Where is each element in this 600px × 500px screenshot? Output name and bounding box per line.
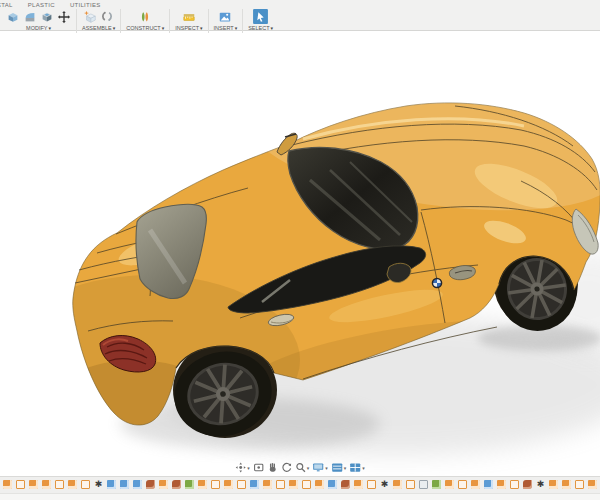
construct-dropdown[interactable]: CONSTRUCT▾ <box>126 25 164 31</box>
parametric-timeline: ✱✱✱ <box>0 476 600 500</box>
timeline-body-feature[interactable] <box>250 480 259 489</box>
select-cursor-icon[interactable] <box>252 8 269 25</box>
construct-group: CONSTRUCT▾ <box>121 9 169 31</box>
timeline-form-feature[interactable] <box>146 480 155 489</box>
grid-display-tool[interactable]: ▾ <box>331 462 347 473</box>
timeline-sketch-feature[interactable] <box>562 480 571 489</box>
timeline-body-feature[interactable] <box>120 480 129 489</box>
timeline-surface-feature[interactable] <box>185 480 194 489</box>
pan-tool[interactable] <box>267 462 278 473</box>
timeline-feature-outline[interactable] <box>367 480 376 489</box>
timeline-sketch-feature[interactable] <box>159 480 168 489</box>
timeline-sketch-feature[interactable] <box>29 480 38 489</box>
timeline-feature-outline[interactable] <box>55 480 64 489</box>
timeline-feature-outline[interactable] <box>406 480 415 489</box>
dropdown-caret: ▾ <box>307 465 310 471</box>
inspect-dropdown[interactable]: INSPECT▾ <box>175 25 202 31</box>
timeline-feature-outline[interactable] <box>575 480 584 489</box>
timeline-feature-outline[interactable] <box>276 480 285 489</box>
insert-group: INSERT▾ <box>209 9 243 31</box>
orbit-tool[interactable]: ▾ <box>235 462 250 473</box>
press-pull-icon[interactable] <box>6 10 20 24</box>
timeline-combine-feature[interactable]: ✱ <box>536 480 545 489</box>
ribbon-toolbar: ETAL PLASTIC UTILITIES <box>0 0 600 31</box>
free-orbit-tool[interactable] <box>281 462 292 473</box>
inspect-group: INSPECT▾ <box>170 9 207 31</box>
view-navigation-bar: ▾▾▾▾▾ <box>235 462 365 473</box>
timeline-sketch-feature[interactable] <box>198 480 207 489</box>
viewports-tool[interactable]: ▾ <box>349 462 365 473</box>
timeline-sketch-feature[interactable] <box>549 480 558 489</box>
zoom-tool[interactable]: ▾ <box>295 462 310 473</box>
dropdown-caret: ▾ <box>48 25 51 31</box>
application-window: ETAL PLASTIC UTILITIES <box>0 0 600 500</box>
select-dropdown[interactable]: SELECT▾ <box>248 25 273 31</box>
car-model-canvas[interactable] <box>0 0 600 500</box>
timeline-form-feature[interactable] <box>172 480 181 489</box>
measure-icon[interactable] <box>182 10 196 24</box>
timeline-body-feature[interactable] <box>484 480 493 489</box>
timeline-feature-outline[interactable] <box>211 480 220 489</box>
new-component-icon[interactable] <box>83 10 97 24</box>
timeline-sketch-feature[interactable] <box>393 480 402 489</box>
assemble-group: ASSEMBLE▾ <box>77 9 120 31</box>
assemble-dropdown[interactable]: ASSEMBLE▾ <box>82 25 115 31</box>
timeline-body-feature[interactable] <box>328 480 337 489</box>
timeline-track: ✱✱✱ <box>0 477 600 489</box>
dropdown-caret: ▾ <box>235 25 238 31</box>
modify-dropdown[interactable]: MODIFY▾ <box>26 25 51 31</box>
timeline-sketch-feature[interactable] <box>68 480 77 489</box>
timeline-feature-outline[interactable] <box>510 480 519 489</box>
toolbar-groups: MODIFY▾ ASSEMBLE▾ <box>0 9 600 30</box>
fillet-icon[interactable] <box>23 10 37 24</box>
move-icon[interactable] <box>57 10 71 24</box>
workspace-tabs: ETAL PLASTIC UTILITIES <box>0 0 600 9</box>
timeline-document-feature[interactable] <box>419 480 428 489</box>
timeline-body-feature[interactable] <box>107 480 116 489</box>
timeline-scroll-strip[interactable] <box>0 493 600 500</box>
tab-plastic[interactable]: PLASTIC <box>28 2 55 8</box>
timeline-sketch-feature[interactable] <box>497 480 506 489</box>
insert-image-icon[interactable] <box>218 10 232 24</box>
dropdown-caret: ▾ <box>271 25 274 31</box>
timeline-sketch-feature[interactable] <box>354 480 363 489</box>
look-at-tool[interactable] <box>253 462 264 473</box>
timeline-surface-feature[interactable] <box>432 480 441 489</box>
shell-icon[interactable] <box>40 10 54 24</box>
model-viewport[interactable] <box>0 0 600 500</box>
modify-group: MODIFY▾ <box>1 9 76 31</box>
tab-sheet-metal[interactable]: ETAL <box>0 2 13 8</box>
dropdown-caret: ▾ <box>344 465 347 471</box>
construction-plane-icon[interactable] <box>138 10 152 24</box>
dropdown-caret: ▾ <box>162 25 165 31</box>
insert-dropdown[interactable]: INSERT▾ <box>214 25 238 31</box>
dropdown-caret: ▾ <box>325 465 328 471</box>
timeline-feature-outline[interactable] <box>458 480 467 489</box>
timeline-combine-feature[interactable]: ✱ <box>94 480 103 489</box>
select-group: SELECT▾ <box>243 9 278 31</box>
timeline-sketch-feature[interactable] <box>315 480 324 489</box>
bmw-badge[interactable] <box>432 278 443 289</box>
timeline-feature-outline[interactable] <box>81 480 90 489</box>
timeline-sketch-feature[interactable] <box>588 480 597 489</box>
timeline-sketch-feature[interactable] <box>42 480 51 489</box>
timeline-sketch-feature[interactable] <box>445 480 454 489</box>
dropdown-caret: ▾ <box>247 465 250 471</box>
timeline-feature-outline[interactable] <box>237 480 246 489</box>
display-settings-tool[interactable]: ▾ <box>312 462 328 473</box>
timeline-form-feature[interactable] <box>341 480 350 489</box>
timeline-sketch-feature[interactable] <box>289 480 298 489</box>
timeline-sketch-feature[interactable] <box>471 480 480 489</box>
timeline-sketch-feature[interactable] <box>224 480 233 489</box>
timeline-form-feature[interactable] <box>523 480 532 489</box>
timeline-body-feature[interactable] <box>133 480 142 489</box>
dropdown-caret: ▾ <box>362 465 365 471</box>
timeline-feature-outline[interactable] <box>302 480 311 489</box>
timeline-combine-feature[interactable]: ✱ <box>380 480 389 489</box>
joint-icon[interactable] <box>100 10 114 24</box>
dropdown-caret: ▾ <box>200 25 203 31</box>
tab-utilities[interactable]: UTILITIES <box>70 2 101 8</box>
timeline-sketch-feature[interactable] <box>3 480 12 489</box>
timeline-sketch-feature[interactable] <box>263 480 272 489</box>
timeline-feature-outline[interactable] <box>16 480 25 489</box>
